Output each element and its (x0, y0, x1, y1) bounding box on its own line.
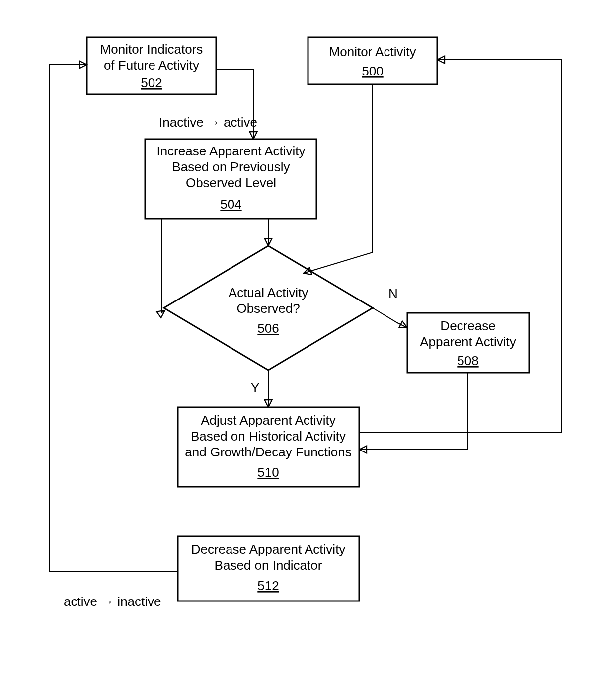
node-monitor-activity: Monitor Activity 500 (308, 37, 437, 84)
node-text: Decrease Apparent Activity (191, 542, 346, 557)
node-decrease-based-on-indicator: Decrease Apparent Activity Based on Indi… (178, 536, 359, 601)
node-text: Actual Activity (229, 285, 308, 300)
node-text: Decrease (440, 318, 495, 333)
node-ref: 508 (457, 353, 478, 368)
node-ref: 504 (220, 197, 241, 212)
node-ref: 506 (257, 321, 279, 336)
node-text: Apparent Activity (420, 334, 516, 349)
edge-508-to-510 (359, 373, 468, 450)
node-text: Increase Apparent Activity (156, 144, 305, 158)
node-text: Based on Historical Activity (191, 429, 346, 444)
node-text: Based on Previously (172, 159, 290, 174)
node-adjust-apparent-activity: Adjust Apparent Activity Based on Histor… (178, 407, 359, 487)
edge-label: Inactive → active (159, 115, 257, 130)
edge-label: active → inactive (64, 594, 161, 609)
edge-506-no-to-508: N (368, 286, 407, 328)
node-ref: 510 (257, 465, 279, 480)
node-ref: 502 (141, 75, 162, 90)
node-increase-apparent-activity: Increase Apparent Activity Based on Prev… (145, 139, 316, 219)
node-text: Based on Indicator (215, 558, 322, 573)
node-actual-activity-observed: Actual Activity Observed? 506 (164, 246, 373, 370)
node-text: Observed? (236, 301, 300, 316)
edge-504-loop-to-506 (161, 219, 165, 313)
node-text: Observed Level (186, 175, 276, 190)
node-decrease-apparent-activity: Decrease Apparent Activity 508 (407, 313, 529, 373)
edge-label: Y (251, 380, 259, 395)
flowchart: Monitor Indicators of Future Activity 50… (0, 0, 616, 676)
node-text: and Growth/Decay Functions (185, 445, 351, 459)
node-text: Adjust Apparent Activity (201, 413, 336, 428)
node-ref: 512 (257, 578, 279, 593)
node-text: of Future Activity (104, 58, 199, 73)
node-text: Monitor Activity (329, 44, 416, 59)
node-monitor-indicators: Monitor Indicators of Future Activity 50… (87, 37, 216, 94)
edge-label: N (388, 286, 398, 301)
edge-506-yes-to-510: Y (251, 370, 268, 407)
node-text: Monitor Indicators (100, 42, 203, 57)
edge-510-to-500 (359, 60, 561, 432)
node-ref: 500 (362, 64, 383, 78)
